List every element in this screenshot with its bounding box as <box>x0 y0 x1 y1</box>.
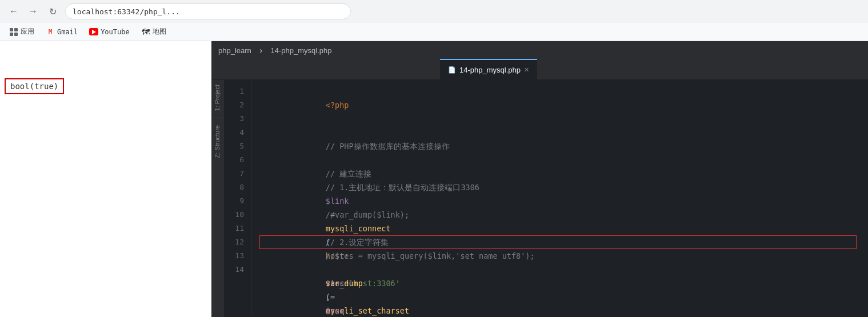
code-line-4 <box>261 126 868 139</box>
youtube-icon <box>89 27 98 37</box>
code-line-3: // PHP操作数据库的基本连接操作 <box>261 112 868 126</box>
line-num-4: 4 <box>224 126 251 139</box>
forward-button[interactable]: → <box>25 3 41 19</box>
panel-separator <box>213 118 223 118</box>
line-num-1: 1 <box>224 85 251 98</box>
ide-left-panels: 1: Project Z: Structure <box>211 80 224 317</box>
youtube-label: YouTube <box>101 28 130 36</box>
tab-14-php-mysql[interactable]: 📄 14-php_mysql.php ✕ <box>440 59 537 79</box>
code-line-2 <box>261 98 868 112</box>
var-res-13: $res <box>326 306 345 315</box>
nav-buttons: ← → ↻ <box>6 3 61 19</box>
line-num-14: 14 <box>224 263 251 276</box>
code-line-8: //var_dump($link); <box>261 180 868 194</box>
line-num-6: 6 <box>224 153 251 167</box>
code-editor[interactable]: 1 2 3 4 5 6 7 8 9 10 11 12 13 14 <box>224 80 868 317</box>
bookmark-youtube[interactable]: YouTube <box>85 25 134 39</box>
line-num-3: 3 <box>224 112 251 126</box>
line-num-13: 13 <box>224 249 251 263</box>
code-line-1: <?php <box>261 85 868 98</box>
line-num-9: 9 <box>224 194 251 208</box>
code-line-6: // 1.主机地址：默认是自动连接端口3306 <box>261 153 868 167</box>
code-line-9 <box>261 194 868 208</box>
bookmark-apps[interactable]: 应用 <box>5 25 39 39</box>
line-num-12: 12 <box>224 235 251 249</box>
highlight-box-12 <box>259 235 857 249</box>
bookmark-maps[interactable]: 🗺 地图 <box>137 25 171 39</box>
code-lines-container: 1 2 3 4 5 6 7 8 9 10 11 12 13 14 <box>224 80 868 317</box>
line-numbers: 1 2 3 4 5 6 7 8 9 10 11 12 13 14 <box>224 80 251 317</box>
browser-chrome: ← → ↻ localhost:63342/php_l... <box>0 0 868 23</box>
code-line-5: // 建立连接 <box>261 139 868 153</box>
project-panel-tab[interactable]: 1: Project <box>211 80 224 115</box>
code-line-11: //$res = mysqli_query($link,'set name ut… <box>261 222 868 235</box>
back-button[interactable]: ← <box>6 3 22 19</box>
address-text: localhost:63342/php_l... <box>73 7 180 16</box>
bookmarks-bar: 应用 M Gmail YouTube 🗺 地图 <box>0 23 868 41</box>
apps-icon <box>9 27 18 37</box>
func-13: var_dump <box>326 279 363 288</box>
line-num-5: 5 <box>224 139 251 153</box>
ide-body: 1: Project Z: Structure 1 2 3 4 5 6 7 <box>211 80 868 317</box>
code-content: <?php // PHP操作数据库的基本连接操作 <box>251 80 868 317</box>
code-line-13: var_dump ( $res ); <box>261 249 868 263</box>
maps-label: 地图 <box>153 27 166 37</box>
apps-label: 应用 <box>21 27 34 37</box>
bool-output: bool(true) <box>5 78 64 94</box>
paren-13: ( <box>326 292 330 302</box>
gmail-label: Gmail <box>57 28 78 36</box>
ide-tabs: 📄 14-php_mysql.php ✕ <box>211 59 868 80</box>
tab-label: 14-php_mysql.php <box>459 66 521 74</box>
title-separator: › <box>258 45 264 56</box>
line-num-2: 2 <box>224 98 251 112</box>
tab-close-button[interactable]: ✕ <box>524 66 529 74</box>
gmail-icon: M <box>46 27 55 37</box>
php-file-icon: 📄 <box>448 66 456 74</box>
main-area: bool(true) php_learn › 14-php_mysql.php … <box>0 41 868 317</box>
code-line-10: // 2.设定字符集 <box>261 208 868 222</box>
ide-project-name: php_learn <box>218 46 251 55</box>
code-line-7: $link = mysqli_connect ( host: 'localhos… <box>261 167 868 180</box>
line-num-11: 11 <box>224 222 251 235</box>
line-num-10: 10 <box>224 208 251 222</box>
structure-panel-tab[interactable]: Z: Structure <box>211 121 224 162</box>
ide-container: php_learn › 14-php_mysql.php 📄 14-php_my… <box>211 41 868 317</box>
line-num-8: 8 <box>224 180 251 194</box>
refresh-button[interactable]: ↻ <box>45 3 61 19</box>
line-num-7: 7 <box>224 167 251 180</box>
code-line-12: $res = mysqli_set_charset ( $link , char… <box>261 235 868 249</box>
code-line-14 <box>261 263 868 276</box>
bookmark-gmail[interactable]: M Gmail <box>41 25 82 39</box>
ide-file-name: 14-php_mysql.php <box>270 46 331 55</box>
address-bar[interactable]: localhost:63342/php_l... <box>65 3 351 19</box>
browser-page: bool(true) <box>0 41 211 317</box>
ide-title-bar: php_learn › 14-php_mysql.php <box>211 41 868 59</box>
maps-icon: 🗺 <box>141 27 150 37</box>
